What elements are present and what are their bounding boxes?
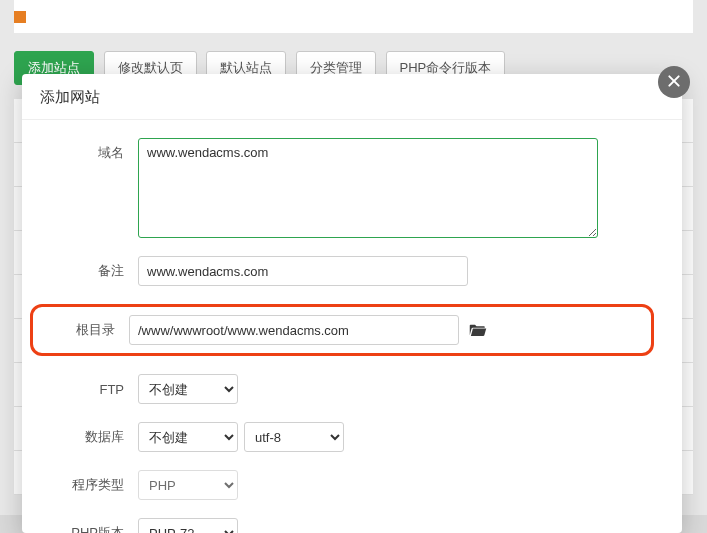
domain-textarea[interactable] (138, 138, 598, 238)
ftp-row: FTP 不创建 (50, 374, 654, 404)
remark-row: 备注 (50, 256, 654, 286)
root-dir-input[interactable] (129, 315, 459, 345)
close-icon (666, 73, 682, 92)
ftp-label: FTP (50, 382, 138, 397)
root-dir-label: 根目录 (33, 321, 129, 339)
add-website-modal: 添加网站 域名 备注 根目录 FTP (22, 74, 682, 533)
form: 域名 备注 根目录 FTP 不创建 (22, 120, 682, 533)
folder-browse-button[interactable] (469, 322, 487, 339)
charset-select[interactable]: utf-8 (244, 422, 344, 452)
php-version-select[interactable]: PHP-72 (138, 518, 238, 533)
modal-title: 添加网站 (22, 74, 682, 120)
remark-input[interactable] (138, 256, 468, 286)
root-dir-row: 根目录 (30, 304, 654, 356)
phpver-row: PHP版本 PHP-72 (50, 518, 654, 533)
domain-label: 域名 (50, 138, 138, 162)
db-select[interactable]: 不创建 (138, 422, 238, 452)
program-row: 程序类型 PHP (50, 470, 654, 500)
phpver-label: PHP版本 (50, 524, 138, 533)
ftp-select[interactable]: 不创建 (138, 374, 238, 404)
domain-row: 域名 (50, 138, 654, 238)
db-label: 数据库 (50, 428, 138, 446)
folder-open-icon (469, 322, 487, 337)
db-row: 数据库 不创建 utf-8 (50, 422, 654, 452)
modal-mask: 添加网站 域名 备注 根目录 FTP (0, 0, 707, 533)
program-type-select[interactable]: PHP (138, 470, 238, 500)
program-label: 程序类型 (50, 476, 138, 494)
remark-label: 备注 (50, 262, 138, 280)
close-button[interactable] (658, 66, 690, 98)
